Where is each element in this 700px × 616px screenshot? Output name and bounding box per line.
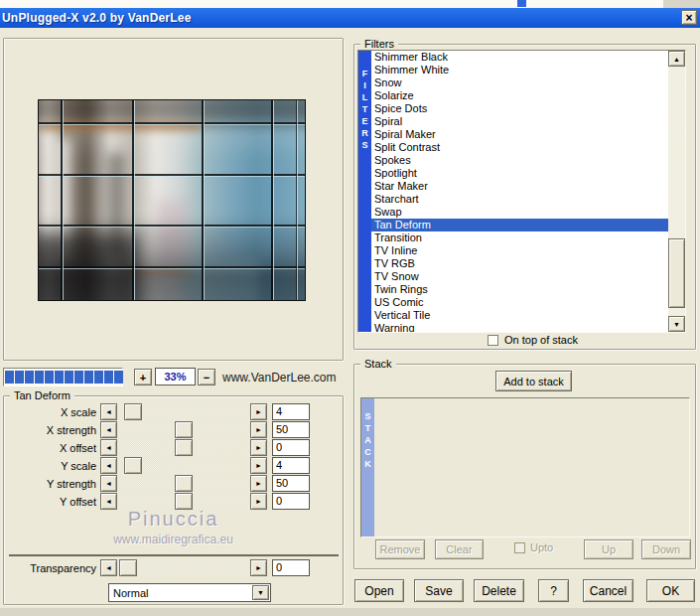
zoom-out-button[interactable]: −	[198, 369, 215, 385]
slider-thumb[interactable]	[124, 457, 142, 474]
upto-label: Upto	[530, 541, 553, 553]
slider-thumb[interactable]	[175, 421, 193, 438]
progress-segment	[35, 371, 44, 384]
slider[interactable]: ◄►	[100, 457, 267, 474]
titlebar[interactable]: UnPlugged-X v2.0 by VanDerLee ×	[0, 8, 700, 28]
filter-list-item[interactable]: Shimmer White	[371, 64, 668, 77]
slider-thumb[interactable]	[124, 403, 142, 420]
remove-button[interactable]: Remove	[375, 539, 425, 559]
slider-track[interactable]	[117, 493, 250, 510]
slider-right-arrow-button[interactable]: ►	[250, 457, 267, 474]
filter-list-item[interactable]: Spiral Maker	[371, 128, 668, 141]
filter-list-item[interactable]: Transition	[371, 231, 668, 244]
slider-thumb[interactable]	[175, 475, 193, 492]
slider[interactable]: ◄►	[100, 421, 267, 438]
slider[interactable]: ◄►	[100, 475, 267, 492]
slider-right-arrow-button[interactable]: ►	[250, 559, 267, 576]
filter-list-item[interactable]: Swap	[371, 206, 668, 219]
slider-value-field[interactable]: 50	[272, 475, 310, 492]
scroll-down-button[interactable]: ▼	[668, 316, 685, 332]
clear-button[interactable]: Clear	[435, 539, 484, 559]
slider-value-field[interactable]: 0	[272, 493, 310, 510]
filter-list-item[interactable]: Spokes	[371, 154, 668, 167]
dropdown-arrow-icon[interactable]: ▼	[252, 585, 269, 600]
help-button[interactable]: ?	[538, 579, 569, 602]
filter-list-item[interactable]: Tan Deform	[371, 219, 668, 231]
upto-row: Upto	[514, 541, 553, 553]
slider-right-arrow-button[interactable]: ►	[250, 475, 267, 492]
ok-button[interactable]: OK	[646, 579, 695, 602]
desktop-fragment-right	[663, 0, 700, 8]
slider[interactable]: ◄►	[100, 403, 267, 420]
open-button[interactable]: Open	[354, 579, 404, 602]
slider[interactable]: ◄►	[100, 493, 267, 510]
stack-strip: STACK	[361, 398, 374, 537]
slider-left-arrow-button[interactable]: ◄	[100, 421, 117, 438]
watermark-name: Pinuccia	[4, 508, 343, 531]
slider-value-field[interactable]: 4	[272, 457, 310, 474]
slider-right-arrow-button[interactable]: ►	[250, 493, 267, 510]
filter-list-item[interactable]: Snow	[371, 77, 668, 89]
slider-left-arrow-button[interactable]: ◄	[100, 475, 117, 492]
slider-thumb[interactable]	[119, 559, 137, 576]
slider-value-field[interactable]: 50	[272, 421, 310, 438]
blend-mode-select[interactable]: Normal ▼	[108, 583, 271, 602]
slider-value-field[interactable]: 0	[272, 559, 310, 576]
up-button[interactable]: Up	[584, 539, 633, 559]
close-button[interactable]: ×	[681, 10, 697, 25]
slider-right-arrow-button[interactable]: ►	[250, 439, 267, 456]
slider-track[interactable]	[117, 403, 250, 420]
slider-value-field[interactable]: 4	[272, 403, 310, 420]
slider-track[interactable]	[117, 559, 250, 576]
slider-thumb[interactable]	[175, 439, 193, 456]
slider-left-arrow-button[interactable]: ◄	[100, 403, 117, 420]
filter-list-item[interactable]: Split Contrast	[371, 141, 668, 154]
params-group-label: Tan Deform	[10, 389, 74, 401]
down-button[interactable]: Down	[641, 539, 691, 559]
slider-left-arrow-button[interactable]: ◄	[100, 457, 117, 474]
slider-track[interactable]	[117, 421, 250, 438]
filter-list-item[interactable]: TV Inline	[371, 244, 668, 257]
scrollbar-thumb[interactable]	[668, 238, 685, 308]
upto-checkbox[interactable]	[514, 542, 525, 553]
slider[interactable]: ◄►	[100, 439, 267, 456]
slider-thumb[interactable]	[175, 493, 193, 510]
filter-list-item[interactable]: Spiral	[371, 115, 668, 128]
filter-list-item[interactable]: TV Snow	[371, 270, 668, 283]
slider-right-arrow-button[interactable]: ►	[250, 403, 267, 420]
slider-left-arrow-button[interactable]: ◄	[100, 439, 117, 456]
on-top-checkbox[interactable]	[488, 335, 498, 346]
strip-letter: R	[361, 127, 368, 139]
filter-list-item[interactable]: US Comic	[371, 296, 668, 309]
slider-left-arrow-button[interactable]: ◄	[100, 493, 117, 510]
filter-list-item[interactable]: TV RGB	[371, 257, 668, 270]
slider-left-arrow-button[interactable]: ◄	[100, 559, 117, 576]
slider-track[interactable]	[117, 475, 250, 492]
filter-list-item[interactable]: Spotlight	[371, 167, 668, 180]
filters-scrollbar[interactable]: ▲ ▼	[668, 51, 685, 332]
strip-letter: E	[361, 115, 367, 127]
filter-list-item[interactable]: Warning	[371, 322, 668, 332]
slider-track[interactable]	[117, 457, 250, 474]
slider-right-arrow-button[interactable]: ►	[250, 421, 267, 438]
filter-list-item[interactable]: Starchart	[371, 193, 668, 206]
save-button[interactable]: Save	[414, 579, 464, 602]
delete-button[interactable]: Delete	[474, 579, 524, 602]
slider[interactable]: ◄►	[100, 559, 267, 576]
scroll-up-button[interactable]: ▲	[668, 51, 685, 67]
filter-list-item[interactable]: Star Maker	[371, 180, 668, 193]
add-to-stack-button[interactable]: Add to stack	[495, 371, 572, 391]
filter-list-item[interactable]: Shimmer Black	[371, 51, 668, 64]
filter-list-item[interactable]: Spice Dots	[371, 102, 668, 115]
progress-segment	[84, 371, 93, 384]
filter-params-group: Tan Deform X scale◄►4X strength◄►50X off…	[3, 395, 344, 605]
slider-track[interactable]	[117, 439, 250, 456]
slider-value-field[interactable]: 0	[272, 439, 310, 456]
cancel-button[interactable]: Cancel	[583, 579, 633, 602]
slider-label: Y strength	[4, 478, 100, 490]
filter-list-item[interactable]: Solarize	[371, 89, 668, 102]
zoom-in-button[interactable]: +	[134, 369, 152, 385]
filters-group: Filters FILTERS Shimmer BlackShimmer Whi…	[353, 44, 696, 350]
filter-list-item[interactable]: Vertical Tile	[371, 309, 668, 322]
filter-list-item[interactable]: Twin Rings	[371, 283, 668, 296]
